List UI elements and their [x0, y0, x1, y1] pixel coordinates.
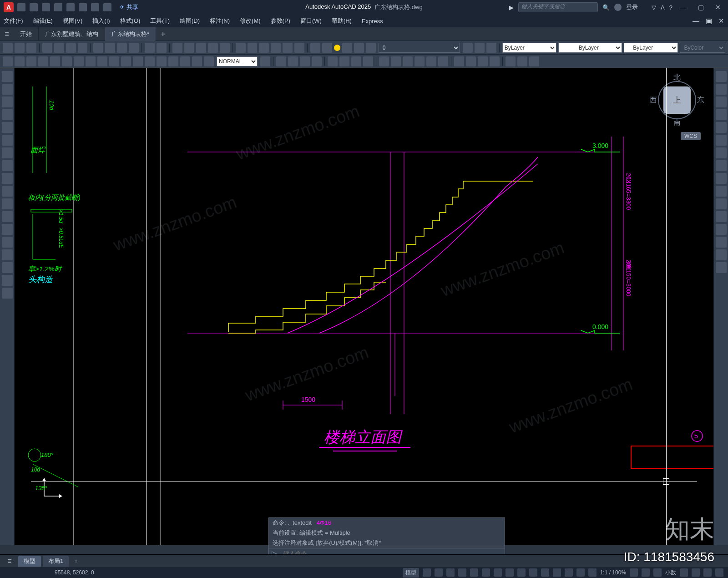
undo2-icon[interactable]: [145, 43, 155, 53]
lay4-icon[interactable]: [366, 43, 376, 53]
copy2-icon[interactable]: [716, 84, 727, 95]
zoomp-icon[interactable]: [208, 43, 218, 53]
new2-icon[interactable]: [3, 43, 13, 53]
preview-icon[interactable]: [54, 43, 64, 53]
help-icon[interactable]: ?: [669, 4, 672, 11]
dimcont-icon[interactable]: [109, 56, 119, 66]
polar-icon[interactable]: [458, 568, 466, 577]
scale-icon[interactable]: [716, 160, 727, 171]
print-icon[interactable]: [42, 43, 52, 53]
menu-format[interactable]: 格式(O): [120, 17, 141, 25]
color-dropdown[interactable]: ByLayer: [502, 43, 557, 53]
layer-mgr-icon[interactable]: [310, 43, 320, 53]
new-icon[interactable]: [17, 3, 25, 11]
trim-icon[interactable]: [716, 186, 727, 197]
layon-icon[interactable]: [475, 43, 485, 53]
dimedit-icon[interactable]: [192, 56, 202, 66]
grid-icon[interactable]: [423, 568, 431, 577]
sb-decimal[interactable]: 小数: [665, 569, 676, 577]
dimbase-icon[interactable]: [97, 56, 107, 66]
menu-insert[interactable]: 插入(I): [92, 17, 110, 25]
markup-icon[interactable]: [283, 43, 293, 53]
r2-icon[interactable]: [391, 56, 401, 66]
add-tab-button[interactable]: +: [156, 30, 170, 38]
r12-icon[interactable]: [517, 56, 527, 66]
regen-icon[interactable]: [220, 43, 230, 53]
m8-icon[interactable]: [363, 56, 373, 66]
m3-icon[interactable]: [300, 56, 310, 66]
lineweight-dropdown[interactable]: — ByLayer: [624, 43, 678, 53]
dimlin-icon[interactable]: [3, 56, 13, 66]
hw-icon[interactable]: [680, 568, 688, 577]
custom-icon[interactable]: [715, 568, 723, 577]
login-label[interactable]: 登录: [626, 3, 638, 11]
tp-icon[interactable]: [259, 43, 269, 53]
region-icon[interactable]: [2, 262, 13, 273]
undo-icon[interactable]: [91, 3, 99, 11]
r13-icon[interactable]: [529, 56, 539, 66]
search-input[interactable]: 键入关键字或短语: [518, 2, 598, 12]
menu-draw[interactable]: 绘图(D): [180, 17, 200, 25]
m6-icon[interactable]: [339, 56, 349, 66]
m5-icon[interactable]: [328, 56, 338, 66]
dimted-icon[interactable]: [204, 56, 214, 66]
r11-icon[interactable]: [506, 56, 516, 66]
plot-icon[interactable]: [79, 3, 87, 11]
m7-icon[interactable]: [351, 56, 361, 66]
move-icon[interactable]: [716, 135, 727, 146]
ellipse-icon[interactable]: [2, 147, 13, 158]
spline-icon[interactable]: [2, 173, 13, 184]
menu-edit[interactable]: 编辑(E): [33, 17, 53, 25]
menu-window[interactable]: 窗口(W): [300, 17, 322, 25]
open-icon[interactable]: [30, 3, 38, 11]
osnap-icon[interactable]: [470, 568, 478, 577]
chamfer-icon[interactable]: [716, 237, 727, 248]
drawing-canvas[interactable]: 北 南 西 东 上 WCS: [15, 68, 713, 545]
lay1-icon[interactable]: [322, 43, 332, 53]
trans-icon[interactable]: [517, 568, 526, 577]
tab-layout1[interactable]: 布局1: [43, 556, 69, 567]
cut-icon[interactable]: [93, 43, 103, 53]
user-icon[interactable]: [614, 4, 622, 11]
share-button[interactable]: ✈ 共享: [120, 3, 138, 11]
plotstyle-dropdown[interactable]: ByColor: [680, 43, 725, 53]
mirror-icon[interactable]: [716, 96, 727, 107]
tab-file1[interactable]: 广东别墅建筑、结构: [39, 27, 105, 41]
fillet-icon[interactable]: [716, 249, 727, 260]
maximize-button[interactable]: ▢: [694, 3, 707, 12]
r4-icon[interactable]: [415, 56, 425, 66]
redo-icon[interactable]: [103, 3, 111, 11]
extend-icon[interactable]: [716, 198, 727, 209]
hatch-icon[interactable]: [2, 160, 13, 171]
dimjog-icon[interactable]: [62, 56, 72, 66]
point-icon[interactable]: [2, 211, 13, 222]
sb-model[interactable]: 模型: [403, 568, 419, 578]
cycle-icon[interactable]: [529, 568, 537, 577]
line-icon[interactable]: [2, 71, 13, 82]
r7-icon[interactable]: [454, 56, 464, 66]
dimang-icon[interactable]: [86, 56, 96, 66]
ducs-icon[interactable]: [553, 568, 561, 577]
linetype-dropdown[interactable]: ——— ByLayer: [558, 43, 622, 53]
center-icon[interactable]: [157, 56, 167, 66]
3dosnap-icon[interactable]: [541, 568, 549, 577]
erase-icon[interactable]: [716, 71, 727, 82]
gizmo-icon[interactable]: [576, 568, 585, 577]
redo2-icon[interactable]: [157, 43, 167, 53]
sb-scale[interactable]: 1:1 / 100%: [600, 569, 626, 576]
batch-icon[interactable]: [78, 43, 88, 53]
dimjogl-icon[interactable]: [180, 56, 190, 66]
zoomw-icon[interactable]: [196, 43, 206, 53]
match-icon[interactable]: [129, 43, 139, 53]
menu-help[interactable]: 帮助(H): [332, 17, 352, 25]
layout-menu-icon[interactable]: ≡: [3, 557, 16, 565]
ws-icon[interactable]: [642, 568, 650, 577]
m1-icon[interactable]: [276, 56, 286, 66]
ray-icon[interactable]: [2, 198, 13, 209]
close-button[interactable]: ✕: [712, 3, 724, 12]
menu-file[interactable]: 文件(F): [4, 17, 23, 25]
lwt-icon[interactable]: [506, 568, 514, 577]
dimupdate-icon[interactable]: [260, 56, 270, 66]
save-icon[interactable]: [42, 3, 50, 11]
wipeout-icon[interactable]: [2, 275, 13, 286]
